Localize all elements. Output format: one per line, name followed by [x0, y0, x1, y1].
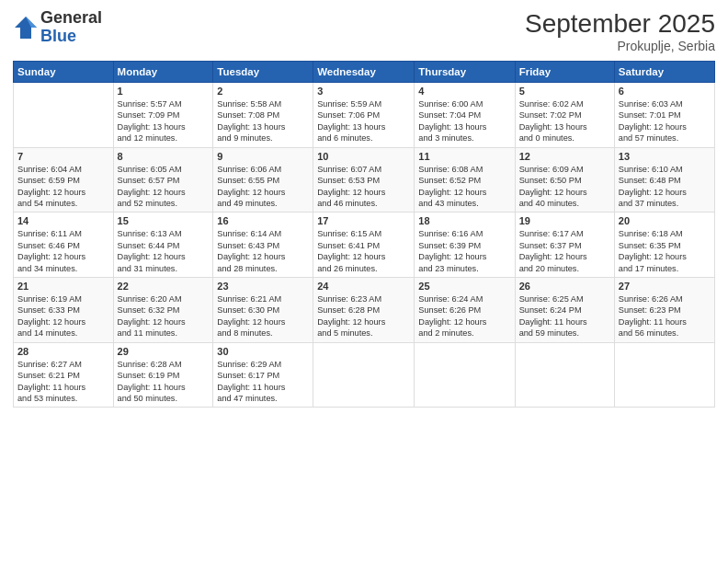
calendar-cell — [415, 342, 515, 408]
calendar-cell — [14, 83, 114, 148]
day-info: Sunrise: 6:27 AM Sunset: 6:21 PM Dayligh… — [17, 359, 109, 405]
day-info: Sunrise: 6:14 AM Sunset: 6:43 PM Dayligh… — [217, 228, 309, 274]
day-number: 13 — [619, 151, 711, 162]
day-info: Sunrise: 6:00 AM Sunset: 7:04 PM Dayligh… — [418, 98, 510, 144]
calendar-cell: 2Sunrise: 5:58 AM Sunset: 7:08 PM Daylig… — [213, 83, 313, 148]
calendar-cell: 28Sunrise: 6:27 AM Sunset: 6:21 PM Dayli… — [14, 342, 114, 408]
day-number: 19 — [519, 215, 610, 226]
day-info: Sunrise: 6:21 AM Sunset: 6:30 PM Dayligh… — [217, 293, 309, 339]
calendar-cell: 21Sunrise: 6:19 AM Sunset: 6:33 PM Dayli… — [14, 278, 114, 343]
day-info: Sunrise: 6:09 AM Sunset: 6:50 PM Dayligh… — [519, 164, 610, 210]
day-info: Sunrise: 6:07 AM Sunset: 6:53 PM Dayligh… — [317, 164, 410, 210]
calendar-cell: 16Sunrise: 6:14 AM Sunset: 6:43 PM Dayli… — [213, 213, 313, 278]
calendar-week-1: 1Sunrise: 5:57 AM Sunset: 7:09 PM Daylig… — [14, 83, 715, 148]
title-block: September 2025 Prokuplje, Serbia — [525, 9, 715, 53]
calendar-cell: 17Sunrise: 6:15 AM Sunset: 6:41 PM Dayli… — [313, 213, 415, 278]
calendar-cell: 29Sunrise: 6:28 AM Sunset: 6:19 PM Dayli… — [113, 342, 213, 408]
logo: General Blue — [13, 9, 102, 46]
day-info: Sunrise: 5:58 AM Sunset: 7:08 PM Dayligh… — [217, 98, 309, 144]
day-info: Sunrise: 6:15 AM Sunset: 6:41 PM Dayligh… — [317, 228, 410, 274]
day-number: 20 — [619, 215, 711, 226]
day-header-wednesday: Wednesday — [313, 62, 415, 83]
day-number: 14 — [17, 215, 109, 226]
calendar-cell: 20Sunrise: 6:18 AM Sunset: 6:35 PM Dayli… — [614, 213, 714, 278]
day-info: Sunrise: 6:20 AM Sunset: 6:32 PM Dayligh… — [118, 293, 210, 339]
day-number: 17 — [317, 215, 410, 226]
day-info: Sunrise: 6:24 AM Sunset: 6:26 PM Dayligh… — [418, 293, 510, 339]
day-info: Sunrise: 6:06 AM Sunset: 6:55 PM Dayligh… — [217, 164, 309, 210]
day-header-saturday: Saturday — [614, 62, 714, 83]
day-info: Sunrise: 5:59 AM Sunset: 7:06 PM Dayligh… — [317, 98, 410, 144]
day-number: 29 — [118, 346, 210, 357]
page: General Blue September 2025 Prokuplje, S… — [0, 0, 728, 563]
calendar-cell: 25Sunrise: 6:24 AM Sunset: 6:26 PM Dayli… — [415, 278, 515, 343]
calendar-cell: 4Sunrise: 6:00 AM Sunset: 7:04 PM Daylig… — [415, 83, 515, 148]
calendar-cell: 22Sunrise: 6:20 AM Sunset: 6:32 PM Dayli… — [113, 278, 213, 343]
calendar-cell: 6Sunrise: 6:03 AM Sunset: 7:01 PM Daylig… — [614, 83, 714, 148]
day-number: 2 — [217, 86, 309, 97]
day-info: Sunrise: 6:03 AM Sunset: 7:01 PM Dayligh… — [619, 98, 711, 144]
day-info: Sunrise: 6:08 AM Sunset: 6:52 PM Dayligh… — [418, 164, 510, 210]
calendar-cell — [313, 342, 415, 408]
calendar-cell: 26Sunrise: 6:25 AM Sunset: 6:24 PM Dayli… — [515, 278, 614, 343]
day-info: Sunrise: 6:26 AM Sunset: 6:23 PM Dayligh… — [619, 293, 711, 339]
day-info: Sunrise: 6:25 AM Sunset: 6:24 PM Dayligh… — [519, 293, 610, 339]
day-info: Sunrise: 6:17 AM Sunset: 6:37 PM Dayligh… — [519, 228, 610, 274]
day-number: 8 — [118, 151, 210, 162]
calendar-week-4: 21Sunrise: 6:19 AM Sunset: 6:33 PM Dayli… — [14, 278, 715, 343]
calendar-week-3: 14Sunrise: 6:11 AM Sunset: 6:46 PM Dayli… — [14, 213, 715, 278]
calendar-cell: 10Sunrise: 6:07 AM Sunset: 6:53 PM Dayli… — [313, 147, 415, 213]
day-number: 1 — [118, 86, 210, 97]
logo-blue-text: Blue — [40, 27, 76, 45]
logo-general-text: General — [40, 8, 102, 27]
day-number: 12 — [519, 151, 610, 162]
day-info: Sunrise: 6:18 AM Sunset: 6:35 PM Dayligh… — [619, 228, 711, 274]
calendar-cell — [614, 342, 714, 408]
calendar-header-row: SundayMondayTuesdayWednesdayThursdayFrid… — [14, 62, 715, 83]
day-info: Sunrise: 6:29 AM Sunset: 6:17 PM Dayligh… — [217, 359, 309, 405]
day-info: Sunrise: 6:23 AM Sunset: 6:28 PM Dayligh… — [317, 293, 410, 339]
day-number: 7 — [17, 151, 109, 162]
day-number: 4 — [418, 86, 510, 97]
day-number: 5 — [519, 86, 610, 97]
day-header-thursday: Thursday — [415, 62, 515, 83]
day-info: Sunrise: 6:16 AM Sunset: 6:39 PM Dayligh… — [418, 228, 510, 274]
calendar-week-5: 28Sunrise: 6:27 AM Sunset: 6:21 PM Dayli… — [14, 342, 715, 408]
day-header-monday: Monday — [113, 62, 213, 83]
calendar-cell: 19Sunrise: 6:17 AM Sunset: 6:37 PM Dayli… — [515, 213, 614, 278]
calendar-cell: 18Sunrise: 6:16 AM Sunset: 6:39 PM Dayli… — [415, 213, 515, 278]
calendar-cell: 3Sunrise: 5:59 AM Sunset: 7:06 PM Daylig… — [313, 83, 415, 148]
day-header-sunday: Sunday — [14, 62, 114, 83]
day-number: 27 — [619, 281, 711, 292]
calendar-cell — [515, 342, 614, 408]
day-header-tuesday: Tuesday — [213, 62, 313, 83]
day-number: 18 — [418, 215, 510, 226]
day-info: Sunrise: 6:28 AM Sunset: 6:19 PM Dayligh… — [118, 359, 210, 405]
day-number: 25 — [418, 281, 510, 292]
day-number: 9 — [217, 151, 309, 162]
day-number: 28 — [17, 346, 109, 357]
day-number: 6 — [619, 86, 711, 97]
calendar-week-2: 7Sunrise: 6:04 AM Sunset: 6:59 PM Daylig… — [14, 147, 715, 213]
location-subtitle: Prokuplje, Serbia — [525, 39, 715, 53]
day-number: 24 — [317, 281, 410, 292]
day-info: Sunrise: 6:05 AM Sunset: 6:57 PM Dayligh… — [118, 164, 210, 210]
calendar-cell: 24Sunrise: 6:23 AM Sunset: 6:28 PM Dayli… — [313, 278, 415, 343]
day-info: Sunrise: 6:04 AM Sunset: 6:59 PM Dayligh… — [17, 164, 109, 210]
day-number: 26 — [519, 281, 610, 292]
header: General Blue September 2025 Prokuplje, S… — [13, 9, 715, 53]
day-info: Sunrise: 6:11 AM Sunset: 6:46 PM Dayligh… — [17, 228, 109, 274]
calendar-cell: 7Sunrise: 6:04 AM Sunset: 6:59 PM Daylig… — [14, 147, 114, 213]
calendar-cell: 13Sunrise: 6:10 AM Sunset: 6:48 PM Dayli… — [614, 147, 714, 213]
calendar-cell: 30Sunrise: 6:29 AM Sunset: 6:17 PM Dayli… — [213, 342, 313, 408]
day-info: Sunrise: 6:13 AM Sunset: 6:44 PM Dayligh… — [118, 228, 210, 274]
month-title: September 2025 — [525, 9, 715, 39]
day-number: 16 — [217, 215, 309, 226]
day-header-friday: Friday — [515, 62, 614, 83]
day-number: 22 — [118, 281, 210, 292]
calendar-cell: 8Sunrise: 6:05 AM Sunset: 6:57 PM Daylig… — [113, 147, 213, 213]
calendar-table: SundayMondayTuesdayWednesdayThursdayFrid… — [13, 61, 715, 408]
calendar-cell: 9Sunrise: 6:06 AM Sunset: 6:55 PM Daylig… — [213, 147, 313, 213]
calendar-cell: 23Sunrise: 6:21 AM Sunset: 6:30 PM Dayli… — [213, 278, 313, 343]
day-info: Sunrise: 6:02 AM Sunset: 7:02 PM Dayligh… — [519, 98, 610, 144]
